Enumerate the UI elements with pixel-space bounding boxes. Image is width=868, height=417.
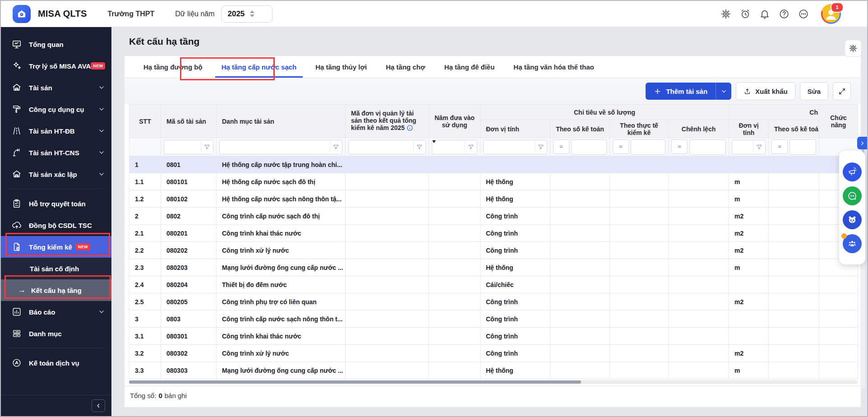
filter-year-select[interactable] bbox=[432, 143, 465, 151]
community-people-icon[interactable] bbox=[843, 234, 862, 253]
filter-by-actual-input[interactable] bbox=[631, 139, 665, 155]
table-row[interactable]: 1.2080102Hệ thống cấp nước sạch nông thô… bbox=[129, 190, 858, 208]
col-header-diff[interactable]: Chênh lệch bbox=[669, 120, 729, 138]
table-row[interactable]: 1.1080101Hệ thống cấp nước sạch đô thịHệ… bbox=[129, 173, 858, 190]
sidebar-item-tai-san-ht-cns[interactable]: Tài sản HT-CNS bbox=[1, 142, 111, 163]
filter-operator[interactable]: = bbox=[771, 139, 788, 154]
horizontal-scrollbar-thumb[interactable] bbox=[129, 380, 581, 384]
col-header-name[interactable]: Danh mục tài sản bbox=[217, 105, 346, 138]
year-stepper-icon[interactable] bbox=[250, 10, 254, 17]
cell-unit2 bbox=[729, 276, 769, 293]
sidebar-item-danh-muc[interactable]: Danh mục bbox=[1, 323, 111, 344]
filter-operator[interactable]: = bbox=[613, 139, 629, 154]
export-button[interactable]: Xuất khẩu bbox=[736, 82, 795, 100]
tab-ha-tang-de-dieu[interactable]: Hạ tầng đê điều bbox=[438, 56, 501, 78]
sidebar-collapse-button[interactable] bbox=[92, 399, 105, 412]
settings-icon[interactable] bbox=[720, 9, 731, 19]
tab-ha-tang-cap-nuoc-sach[interactable]: Hạ tầng cấp nước sạch bbox=[215, 56, 303, 78]
sidebar-item-tai-san[interactable]: Tài sản bbox=[1, 77, 111, 98]
reminder-clock-icon[interactable] bbox=[740, 9, 751, 19]
col-header-by-book[interactable]: Theo số kế toán bbox=[550, 120, 610, 138]
table-row[interactable]: 3.1080301Công trình khai thác nướcCông t… bbox=[129, 328, 858, 345]
tab-ha-tang-cho[interactable]: Hạ tầng chợ bbox=[379, 56, 431, 78]
sidebar-item-tong-kiem-ke[interactable]: Tổng kiểm kê NEW bbox=[1, 236, 111, 258]
more-options-icon[interactable] bbox=[798, 9, 809, 19]
col-header-function[interactable]: Chức năng bbox=[819, 105, 858, 138]
sidebar-item-cong-cu-dung-cu[interactable]: Công cụ dụng cụ bbox=[1, 98, 111, 120]
panel-expand-tab[interactable] bbox=[857, 137, 867, 149]
filter-unit2-input[interactable] bbox=[732, 140, 753, 154]
total-value: 0 bbox=[158, 392, 162, 399]
horizontal-scrollbar[interactable] bbox=[129, 380, 858, 384]
sidebar-item-ke-toan-dich-vu[interactable]: Kế toán dịch vụ bbox=[1, 352, 111, 374]
filter-unit-input[interactable] bbox=[484, 140, 535, 154]
table-row[interactable]: 30803Công trình cấp nước sạch nông thôn … bbox=[129, 310, 858, 328]
col-header-unit[interactable]: Đơn vị tính bbox=[480, 120, 550, 138]
filter-funnel-icon[interactable] bbox=[330, 140, 342, 154]
filter-funnel-icon[interactable] bbox=[413, 140, 425, 154]
edit-button[interactable]: Sửa bbox=[800, 82, 828, 100]
cell-unit2: m bbox=[729, 259, 769, 276]
filter-funnel-icon[interactable] bbox=[465, 140, 477, 154]
sidebar-item-tong-quan[interactable]: Tổng quan bbox=[1, 33, 111, 55]
info-icon[interactable] bbox=[406, 125, 413, 133]
submenu-item-ket-cau-ha-tang[interactable]: → Kết cấu hạ tầng bbox=[1, 279, 111, 301]
col-header-year[interactable]: Năm đưa vào sử dụng bbox=[429, 105, 480, 138]
sidebar-item-tro-ly-ava[interactable]: Trợ lý số MISA AVA NEW bbox=[1, 55, 111, 77]
pipe-icon bbox=[12, 148, 22, 158]
filter-funnel-icon[interactable] bbox=[753, 140, 765, 154]
misa-logo-icon[interactable] bbox=[13, 5, 31, 23]
sidebar-item-tai-san-xac-lap[interactable]: Tài sản xác lập bbox=[1, 163, 111, 185]
filter-by-book2-input[interactable] bbox=[790, 139, 816, 155]
tab-ha-tang-van-hoa-the-thao[interactable]: Hạ tầng văn hóa thể thao bbox=[507, 56, 600, 78]
cell-unit-code bbox=[346, 310, 429, 328]
col-header-unit2[interactable]: Đơn vị tính bbox=[729, 120, 769, 138]
table-row[interactable]: 20802Công trình cấp nước sạch đô thịCông… bbox=[129, 208, 858, 225]
filter-operator[interactable]: = bbox=[671, 139, 688, 154]
table-row[interactable]: 2.1080201Công trình khai thác nướcCông t… bbox=[129, 225, 858, 242]
filter-operator[interactable]: = bbox=[553, 139, 569, 154]
assistant-bot-icon[interactable] bbox=[843, 210, 862, 229]
help-icon[interactable] bbox=[779, 9, 790, 19]
filter-funnel-icon[interactable] bbox=[201, 140, 213, 154]
filter-code-input[interactable] bbox=[164, 140, 201, 154]
org-name[interactable]: Trường THPT bbox=[107, 10, 154, 18]
filter-by-book-input[interactable] bbox=[571, 139, 607, 155]
add-asset-button[interactable]: Thêm tài sản bbox=[646, 83, 716, 100]
sidebar-item-tai-san-ht-db[interactable]: Tài sản HT-ĐB bbox=[1, 120, 111, 142]
col-header-unit-code[interactable]: Mã đơn vị quản lý tài sản theo kết quả t… bbox=[346, 105, 429, 138]
sidebar-item-dong-bo-csdl[interactable]: Đồng bộ CSDL TSC bbox=[1, 214, 111, 236]
cell-unit-code bbox=[346, 225, 429, 242]
tab-ha-tang-thuy-loi[interactable]: Hạ tầng thủy lợi bbox=[309, 56, 373, 78]
sidebar-item-ho-tro-quyet-toan[interactable]: Hỗ trợ quyết toán bbox=[1, 193, 111, 214]
filter-funnel-icon[interactable] bbox=[535, 140, 547, 154]
col-header-code[interactable]: Mã số tài sản bbox=[161, 105, 217, 138]
add-asset-dropdown-button[interactable] bbox=[716, 83, 731, 100]
table-row[interactable]: 3.3080303Mạng lưới đường ống cung cấp nư… bbox=[129, 362, 858, 379]
chat-support-icon[interactable] bbox=[843, 186, 862, 205]
filter-name-input[interactable] bbox=[220, 140, 330, 154]
tab-ha-tang-duong-bo[interactable]: Hạ tầng đường bộ bbox=[137, 56, 209, 78]
table-row[interactable]: 10801Hệ thống cấp nước tập trung hoàn ch… bbox=[129, 156, 858, 173]
table-row[interactable]: 2.3080203Mạng lưới đường ống cung cấp nư… bbox=[129, 259, 858, 276]
table-row[interactable]: 3.2080302Công trình xử lý nướcCông trình… bbox=[129, 345, 858, 362]
filter-unit-code-input[interactable] bbox=[349, 140, 413, 154]
table-row[interactable]: 2.4080204Thiết bị đo đếm nướcCái/chiếc bbox=[129, 276, 858, 293]
col-header-stt[interactable]: STT bbox=[129, 105, 161, 138]
submenu-item-tai-san-co-dinh[interactable]: Tài sản cố định bbox=[1, 258, 111, 279]
cell-code: 080301 bbox=[161, 328, 217, 345]
col-header-by-actual[interactable]: Theo thực tế kiểm kê bbox=[610, 120, 669, 138]
expand-button[interactable] bbox=[833, 82, 851, 100]
col-header-by-book2[interactable]: Theo số kế toá bbox=[769, 120, 819, 138]
user-avatar[interactable]: 1 bbox=[821, 4, 841, 24]
table-row[interactable]: 2.5080205Công trình phụ trợ có liên quan… bbox=[129, 293, 858, 310]
table-row[interactable]: 2.2080202Công trình xử lý nướcCông trình… bbox=[129, 242, 858, 259]
page-settings-button[interactable] bbox=[845, 40, 862, 57]
cell-stt: 3.2 bbox=[129, 345, 161, 362]
announcement-megaphone-icon[interactable] bbox=[843, 162, 862, 181]
sidebar-item-bao-cao[interactable]: Báo cáo bbox=[1, 301, 111, 323]
year-select[interactable]: 2025 bbox=[221, 5, 272, 23]
cell-by-book2 bbox=[769, 225, 819, 242]
filter-diff-input[interactable] bbox=[689, 139, 726, 155]
notifications-bell-icon[interactable] bbox=[759, 9, 770, 19]
